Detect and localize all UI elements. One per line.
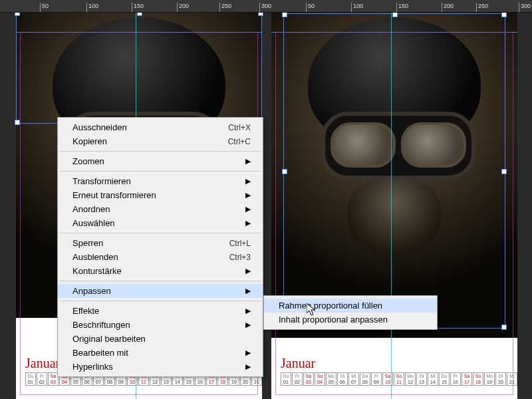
guide-vertical[interactable] [391, 12, 392, 399]
photo-illustration [348, 178, 441, 258]
menu-separator [59, 151, 261, 152]
submenu-arrow-icon: ▶ [245, 362, 251, 371]
ruler-tick: 150 [132, 3, 144, 12]
menu-separator [59, 171, 261, 172]
calendar-month-title: Januar [25, 356, 60, 371]
ruler-tick: 300 [519, 3, 531, 12]
menu-item-hyperlinks[interactable]: Hyperlinks ▶ [58, 360, 263, 374]
calendar-day-cell: Fr02 [37, 372, 47, 386]
menu-item-fill-frame-proportionally[interactable]: Rahmen proportional füllen [264, 299, 437, 313]
menu-item-label: Hyperlinks [72, 362, 113, 372]
menu-item-stroke-weight[interactable]: Konturstärke ▶ [58, 264, 263, 278]
menu-item-shortcut: Ctrl+C [228, 137, 251, 146]
menu-item-transform[interactable]: Transformieren ▶ [58, 174, 263, 188]
menu-item-lock[interactable]: Sperren Ctrl+L [58, 236, 263, 250]
calendar-day-cell: Di06 [337, 372, 348, 386]
menu-item-label: Konturstärke [72, 266, 122, 276]
ruler-tick: 50 [40, 3, 49, 12]
document-page-right[interactable]: Januar Do01Fr02Sa03So04Mo05Di06Mi07Do08F… [271, 12, 517, 399]
menu-item-label: Transformieren [72, 176, 131, 186]
calendar-day-cell: Mi21 [507, 372, 517, 386]
menu-separator [59, 301, 261, 301]
menu-item-label: Sperren [72, 238, 103, 248]
calendar-day-cell: Do08 [360, 372, 370, 386]
menu-item-fitting[interactable]: Anpassen ▶ [58, 284, 263, 298]
ruler-tick: 250 [219, 3, 231, 12]
ruler-tick: 250 [476, 3, 488, 12]
menu-item-label: Bearbeiten mit [72, 348, 128, 358]
submenu-arrow-icon: ▶ [245, 321, 251, 329]
menu-item-select[interactable]: Auswählen ▶ [58, 216, 263, 230]
menu-item-edit-with[interactable]: Bearbeiten mit ▶ [58, 346, 263, 360]
context-menu[interactable]: Ausschneiden Ctrl+X Kopieren Ctrl+C Zoom… [57, 117, 263, 377]
calendar-day-cell: So18 [473, 372, 483, 386]
ruler-tick: 100 [86, 3, 98, 12]
menu-item-retransform[interactable]: Erneut transformieren ▶ [58, 188, 263, 202]
menu-item-zoom[interactable]: Zoomen ▶ [58, 154, 263, 168]
calendar-day-cell: Do01 [25, 372, 36, 386]
menu-item-label: Original bearbeiten [72, 334, 146, 344]
ruler-tick: 200 [177, 3, 189, 12]
image-frame-right[interactable] [271, 12, 517, 338]
guide-horizontal[interactable] [271, 32, 517, 33]
submenu-arrow-icon: ▶ [245, 177, 251, 186]
menu-item-shortcut: Ctrl+X [228, 123, 251, 132]
menu-item-label: Anordnen [72, 204, 110, 214]
menu-item-label: Erneut transformieren [72, 190, 156, 200]
menu-item-fit-content-proportionally[interactable]: Inhalt proportional anpassen [264, 313, 437, 327]
calendar-day-cell: Sa03 [303, 372, 314, 386]
ruler-tick: 50 [306, 3, 315, 12]
menu-item-effects[interactable]: Effekte ▶ [58, 304, 263, 318]
horizontal-ruler[interactable]: 50 100 150 200 250 300 50 100 150 200 25… [0, 0, 532, 13]
menu-item-label: Inhalt proportional anpassen [279, 315, 388, 325]
submenu-arrow-icon: ▶ [245, 157, 251, 166]
submenu-arrow-icon: ▶ [245, 219, 251, 227]
submenu-arrow-icon: ▶ [245, 348, 251, 357]
calendar-day-cell: Fr16 [450, 372, 461, 386]
menu-item-label: Effekte [72, 306, 99, 316]
calendar-day-cell: Mi07 [348, 372, 359, 386]
calendar-day-cell: So11 [394, 372, 404, 386]
menu-item-label: Zoomen [72, 156, 104, 166]
calendar-day-cell: Mo05 [326, 372, 336, 386]
menu-item-label: Auswählen [72, 218, 115, 228]
submenu-arrow-icon: ▶ [245, 205, 251, 213]
calendar-day-cell: Mi14 [428, 372, 438, 386]
ruler-tick: 200 [442, 3, 454, 12]
menu-item-label: Rahmen proportional füllen [279, 301, 382, 311]
submenu-arrow-icon: ▶ [245, 307, 251, 315]
menu-separator [59, 281, 261, 281]
menu-item-arrange[interactable]: Anordnen ▶ [58, 202, 263, 216]
calendar-day-cell: Di13 [416, 372, 427, 386]
menu-item-hide[interactable]: Ausblenden Ctrl+3 [58, 250, 263, 264]
calendar-day-cell: So04 [315, 372, 325, 386]
fitting-submenu[interactable]: Rahmen proportional füllen Inhalt propor… [263, 295, 438, 330]
calendar-day-cell: Fr02 [292, 372, 303, 386]
ruler-tick: 150 [396, 3, 408, 12]
menu-separator [59, 233, 261, 233]
menu-item-captions[interactable]: Beschriftungen ▶ [58, 318, 263, 332]
menu-item-label: Ausschneiden [72, 122, 127, 132]
submenu-arrow-icon: ▶ [245, 191, 251, 200]
ruler-tick: 300 [259, 3, 271, 12]
menu-item-edit-original[interactable]: Original bearbeiten [58, 332, 263, 346]
menu-item-cut[interactable]: Ausschneiden Ctrl+X [58, 120, 263, 134]
calendar-day-row: Do01Fr02Sa03So04Mo05Di06Mi07Do08Fr09Sa10… [281, 372, 517, 386]
guide-horizontal[interactable] [16, 32, 262, 33]
calendar-day-cell: Sa17 [462, 372, 472, 386]
ruler-tick: 100 [351, 3, 363, 12]
calendar-day-cell: Mo12 [405, 372, 416, 386]
submenu-arrow-icon: ▶ [245, 287, 251, 295]
calendar-day-cell: Mo19 [484, 372, 495, 386]
calendar-day-cell: Do01 [281, 372, 291, 386]
calendar-day-cell: Sa10 [382, 372, 393, 386]
submenu-arrow-icon: ▶ [245, 267, 251, 275]
calendar-day-cell: Di20 [495, 372, 506, 386]
menu-item-shortcut: Ctrl+L [229, 239, 251, 248]
menu-item-copy[interactable]: Kopieren Ctrl+C [58, 134, 263, 148]
menu-item-label: Ausblenden [72, 252, 118, 262]
menu-item-label: Kopieren [72, 136, 107, 146]
photo-illustration [321, 112, 475, 180]
menu-item-label: Anpassen [72, 286, 111, 296]
menu-item-shortcut: Ctrl+3 [229, 253, 251, 262]
